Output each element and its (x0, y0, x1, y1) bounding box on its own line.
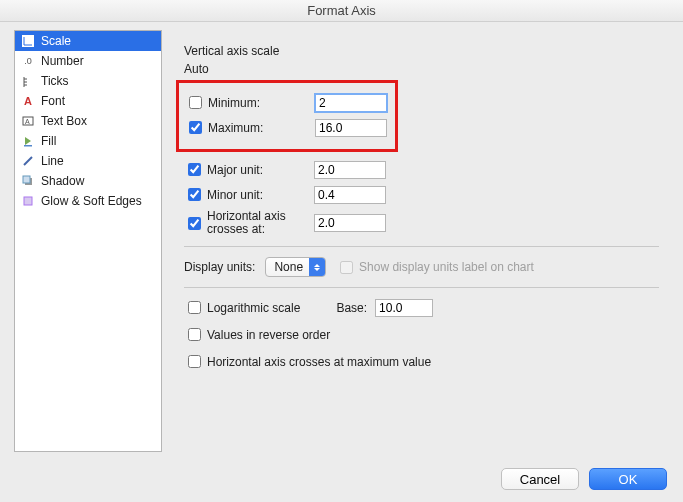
svg-line-11 (24, 157, 32, 165)
dialog-footer: Cancel OK (501, 468, 667, 490)
display-units-select[interactable]: None (265, 257, 326, 277)
cross-max-row: Horizontal axis crosses at maximum value (184, 352, 659, 371)
log-scale-checkbox[interactable] (188, 301, 201, 314)
minor-unit-label: Minor unit: (207, 188, 263, 202)
svg-rect-13 (23, 176, 30, 183)
major-unit-checkbox[interactable] (188, 163, 201, 176)
log-base-input[interactable] (375, 299, 433, 317)
maximum-input[interactable] (315, 119, 387, 137)
display-units-value: None (274, 260, 303, 274)
category-sidebar: Scale .0 Number Ticks A Font (14, 30, 162, 452)
major-unit-row: Major unit: (184, 160, 659, 179)
major-unit-input[interactable] (314, 161, 386, 179)
auto-label: Auto (184, 62, 659, 76)
svg-rect-14 (24, 197, 32, 205)
sidebar-item-ticks[interactable]: Ticks (15, 71, 161, 91)
glow-icon (21, 194, 35, 208)
format-axis-window: Format Axis Scale .0 Number (0, 0, 683, 502)
sidebar-item-label: Number (41, 54, 84, 68)
maximum-label: Maximum: (208, 121, 263, 135)
sidebar-item-scale[interactable]: Scale (15, 31, 161, 51)
cross-max-label: Horizontal axis crosses at maximum value (207, 355, 431, 369)
sidebar-item-label: Line (41, 154, 64, 168)
minimum-row: Minimum: (185, 93, 387, 112)
log-scale-row: Logarithmic scale Base: (184, 298, 659, 317)
minor-unit-row: Minor unit: (184, 185, 659, 204)
highlight-annotation: Minimum: Maximum: (176, 80, 398, 152)
scale-panel: Vertical axis scale Auto Minimum: Maximu… (162, 30, 669, 452)
show-du-label-checkbox (340, 261, 353, 274)
minimum-checkbox[interactable] (189, 96, 202, 109)
maximum-row: Maximum: (185, 118, 387, 137)
sidebar-item-glow[interactable]: Glow & Soft Edges (15, 191, 161, 211)
reverse-order-checkbox[interactable] (188, 328, 201, 341)
minor-unit-input[interactable] (314, 186, 386, 204)
line-icon (21, 154, 35, 168)
sidebar-item-label: Shadow (41, 174, 84, 188)
sidebar-item-label: Fill (41, 134, 56, 148)
scale-icon (21, 34, 35, 48)
divider (184, 246, 659, 247)
reverse-order-label: Values in reverse order (207, 328, 330, 342)
divider-2 (184, 287, 659, 288)
maximum-checkbox[interactable] (189, 121, 202, 134)
ticks-icon (21, 74, 35, 88)
sidebar-item-textbox[interactable]: A Text Box (15, 111, 161, 131)
crosses-at-label: Horizontal axis crosses at: (207, 210, 297, 236)
reverse-order-row: Values in reverse order (184, 325, 659, 344)
show-du-label-text: Show display units label on chart (359, 260, 534, 274)
sidebar-item-label: Glow & Soft Edges (41, 194, 142, 208)
crosses-at-row: Horizontal axis crosses at: (184, 210, 659, 236)
svg-marker-9 (25, 137, 31, 145)
sidebar-item-label: Font (41, 94, 65, 108)
log-scale-label: Logarithmic scale (207, 301, 300, 315)
display-units-label: Display units: (184, 260, 255, 274)
select-arrows-icon (309, 258, 325, 276)
crosses-at-input[interactable] (314, 214, 386, 232)
cross-max-checkbox[interactable] (188, 355, 201, 368)
sidebar-item-label: Scale (41, 34, 71, 48)
display-units-row: Display units: None Show display units l… (184, 257, 659, 277)
minimum-input[interactable] (315, 94, 387, 112)
sidebar-item-number[interactable]: .0 Number (15, 51, 161, 71)
svg-rect-10 (24, 145, 32, 147)
crosses-at-checkbox[interactable] (188, 217, 201, 230)
log-base-label: Base: (336, 301, 367, 315)
sidebar-item-font[interactable]: A Font (15, 91, 161, 111)
sidebar-item-shadow[interactable]: Shadow (15, 171, 161, 191)
sidebar-item-line[interactable]: Line (15, 151, 161, 171)
sidebar-item-label: Ticks (41, 74, 69, 88)
number-icon: .0 (21, 54, 35, 68)
section-title: Vertical axis scale (184, 44, 659, 58)
fill-icon (21, 134, 35, 148)
textbox-icon: A (21, 114, 35, 128)
major-unit-label: Major unit: (207, 163, 263, 177)
shadow-icon (21, 174, 35, 188)
sidebar-item-fill[interactable]: Fill (15, 131, 161, 151)
sidebar-item-label: Text Box (41, 114, 87, 128)
window-title: Format Axis (0, 0, 683, 22)
cancel-button[interactable]: Cancel (501, 468, 579, 490)
svg-text:A: A (25, 118, 30, 125)
font-icon: A (21, 94, 35, 108)
minor-unit-checkbox[interactable] (188, 188, 201, 201)
content-area: Scale .0 Number Ticks A Font (14, 30, 669, 452)
minimum-label: Minimum: (208, 96, 260, 110)
ok-button[interactable]: OK (589, 468, 667, 490)
